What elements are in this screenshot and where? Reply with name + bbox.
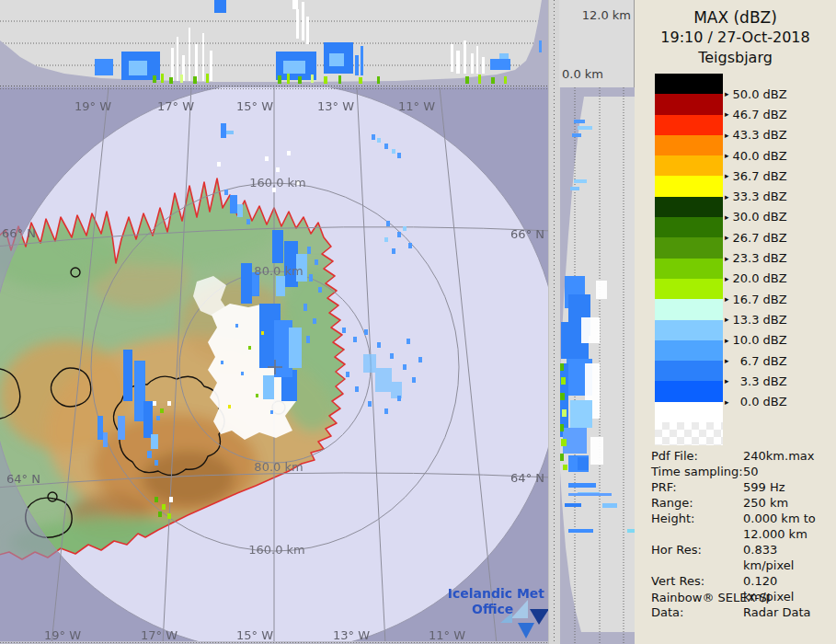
scale-label-text: 43.3 dBZ [733,128,787,142]
scale-tick-arrow-icon: ▸ [725,171,729,180]
scale-tick-arrow-icon: ▸ [725,294,729,304]
legend-header: MAX (dBZ) 19:10 / 27-Oct-2018 Teigsbjarg [635,7,836,68]
height-axis-corner: 12.0 km 0.0 km [559,0,635,87]
scale-tick-arrow-icon: ▸ [725,213,729,222]
scale-band [655,94,723,114]
scale-band [655,74,723,94]
info-value: 240km.max [743,448,831,464]
lat-label-left-66n: 66° N [2,226,36,240]
scale-label-text: 30.0 dBZ [733,210,787,224]
lon-label-bottom: 15° W [236,628,273,642]
imo-logo-text-line2: Office [472,602,513,616]
info-value: Radar Data [743,604,831,620]
scale-label-text: 16.7 dBZ [733,293,787,306]
radar-application-window: 19° W 17° W 15° W 13° W 11° W 19° W 17° … [0,0,836,644]
info-label: Hor Res: [651,542,743,573]
lon-label-top: 13° W [317,99,354,113]
scale-label-text: 50.0 dBZ [733,87,787,101]
lon-label-bottom: 17° W [141,628,178,642]
scale-label: ▸50.0 dBZ [725,84,787,104]
scale-band-transparent [655,422,723,445]
scale-label: ▸30.0 dBZ [725,207,787,227]
scale-label: ▸ 0.0 dBZ [725,391,787,411]
scale-band [655,340,723,361]
range-label-160-top: 160.0 km [249,176,306,190]
info-value: 0.833 km/pixel [743,542,831,573]
scale-band [655,115,723,135]
scale-label: ▸46.7 dBZ [725,104,787,124]
scale-band [655,361,723,381]
radar-map: 19° W 17° W 15° W 13° W 11° W 19° W 17° … [0,87,548,644]
scale-tick-arrow-icon: ▸ [725,274,729,283]
range-label-160-bottom: 160.0 km [248,543,305,557]
scale-label: ▸33.3 dBZ [725,186,787,206]
scan-datetime: 19:10 / 27-Oct-2018 [635,28,836,48]
range-label-80-top: 80.0 km [254,264,303,278]
scale-tick-arrow-icon: ▸ [725,254,729,263]
scale-band [655,237,723,258]
scale-label-text: 0.0 dBZ [733,395,787,408]
legend-panel: MAX (dBZ) 19:10 / 27-Oct-2018 Teigsbjarg… [635,0,836,644]
scale-band [655,299,723,319]
scale-band [655,155,723,176]
scale-tick-arrow-icon: ▸ [725,336,729,345]
lon-label-top: 11° W [398,99,435,113]
scale-tick-arrow-icon: ▸ [725,89,729,98]
info-label: Range: [651,495,743,511]
echo-cyan-dash [627,529,635,533]
scale-label-text: 36.7 dBZ [733,169,787,183]
scale-tick-arrow-icon: ▸ [725,376,729,385]
blind-zone-top [559,87,635,97]
radar-station-name: Teigsbjarg [635,48,836,68]
scale-label-text: 46.7 dBZ [733,108,787,121]
scale-label: ▸16.7 dBZ [725,289,787,309]
scale-label-text: 23.3 dBZ [733,251,787,265]
color-scale-labels: ▸50.0 dBZ▸46.7 dBZ▸43.3 dBZ▸40.0 dBZ▸36.… [725,84,787,412]
scale-tick-arrow-icon: ▸ [725,131,729,140]
scale-label-text: 40.0 dBZ [733,149,787,163]
lat-label-right-66n: 66° N [510,227,544,241]
lon-label-bottom: 13° W [333,628,370,642]
scale-tick-arrow-icon: ▸ [725,192,729,201]
scale-label: ▸40.0 dBZ [725,145,787,166]
scale-label-text: 33.3 dBZ [733,190,787,203]
info-label: Height: [651,511,743,526]
scale-label-text: 3.3 dBZ [733,374,787,388]
scale-tick-arrow-icon: ▸ [725,397,729,407]
scale-label: ▸36.7 dBZ [725,166,787,186]
lon-label-top: 19° W [74,99,111,113]
product-title: MAX (dBZ) [635,7,836,28]
scale-label: ▸23.3 dBZ [725,247,787,268]
range-label-80-bottom: 80.0 km [254,460,303,474]
lat-label-right-64n: 64° N [510,471,544,485]
scale-label: ▸ 3.3 dBZ [725,371,787,391]
info-label: Pdf File: [651,448,743,464]
imo-logo-text-line1: Icelandic Met [448,586,545,601]
height-axis-max-label: 12.0 km [582,8,631,22]
info-label [651,526,743,542]
info-label: Data: [651,604,743,620]
scale-tick-arrow-icon: ▸ [725,315,729,324]
info-label: Time sampling: [651,464,743,479]
scale-band [655,279,723,299]
info-value: 0.000 km to [743,511,831,526]
scale-label: ▸20.0 dBZ [725,269,787,289]
scale-band [655,135,723,155]
scale-band-below-0 [655,402,723,422]
scale-label-text: 20.0 dBZ [733,271,787,285]
scale-band [655,381,723,401]
scale-band [655,259,723,279]
lon-label-top: 15° W [236,99,273,113]
info-value: 599 Hz [743,479,831,495]
lat-label-left-64n: 64° N [6,472,40,486]
top-cross-section [0,0,548,87]
lon-label-top: 17° W [157,99,194,113]
scale-band [655,176,723,196]
scale-tick-arrow-icon: ▸ [725,233,729,242]
scale-tick-arrow-icon: ▸ [725,356,729,365]
scale-tick-arrow-icon: ▸ [725,151,729,160]
info-value: 250 km [743,495,831,511]
height-axis-min-label: 0.0 km [562,67,603,81]
lon-label-bottom: 19° W [44,628,81,642]
scale-band [655,197,723,217]
